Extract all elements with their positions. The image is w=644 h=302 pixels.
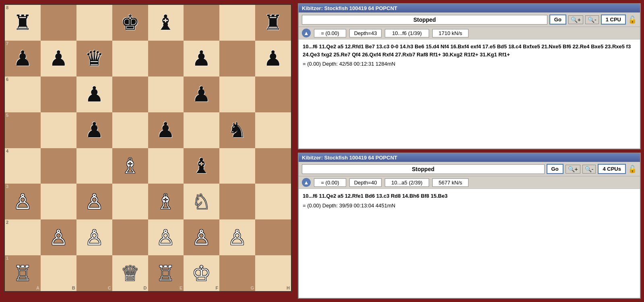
board-cell[interactable] — [76, 5, 112, 41]
chess-piece: ♟ — [264, 48, 283, 69]
board-cell[interactable] — [112, 41, 148, 77]
board-cell[interactable]: 7♟ — [5, 41, 41, 77]
kibitzer-2-info-row: ▲ = (0.00) Depth=40 10...a5 (2/39) 5677 … — [299, 176, 640, 189]
board-cell[interactable]: 2 — [5, 219, 41, 255]
board-cell[interactable]: ♟ — [76, 112, 112, 148]
board-cell[interactable] — [255, 112, 291, 148]
board-cell[interactable]: 6 — [5, 77, 41, 112]
board-cell[interactable]: C — [76, 255, 112, 291]
board-cell[interactable] — [255, 219, 291, 255]
board-cell[interactable] — [219, 41, 255, 77]
board-cell[interactable]: ♜ — [255, 5, 291, 41]
kibitzer-1-zoom-in-button[interactable]: 🔍+ — [568, 15, 583, 24]
rank-label: 4 — [6, 149, 8, 153]
board-cell[interactable]: ♟ — [184, 41, 219, 77]
chess-piece: ♕ — [121, 263, 140, 284]
board-cell[interactable]: ♗ — [148, 184, 184, 219]
board-cell[interactable] — [255, 184, 291, 219]
kibitzer-1-status: Stopped — [302, 15, 547, 25]
board-cell[interactable] — [148, 148, 184, 184]
board-cell[interactable]: F♔ — [184, 255, 219, 291]
board-cell[interactable] — [219, 5, 255, 41]
kibitzer-2-depth: Depth=40 — [349, 178, 382, 187]
kibitzer-2-zoom-out-button[interactable]: 🔍- — [582, 165, 596, 174]
board-cell[interactable] — [41, 112, 76, 148]
board-cell[interactable]: ♘ — [184, 184, 219, 219]
kibitzer-2-lock-icon[interactable]: 🔓 — [628, 165, 637, 174]
board-cell[interactable] — [112, 112, 148, 148]
board-cell[interactable] — [41, 184, 76, 219]
board-cell[interactable]: ♟ — [148, 112, 184, 148]
board-cell[interactable]: E♖ — [148, 255, 184, 291]
board-cell[interactable]: ♙ — [41, 219, 76, 255]
board-cell[interactable] — [255, 77, 291, 112]
board-cell[interactable]: ♟ — [184, 77, 219, 112]
chess-piece: ♙ — [228, 227, 247, 248]
board-cell[interactable] — [184, 112, 219, 148]
kibitzer-2-move: 10...a5 (2/39) — [385, 178, 429, 187]
board-cell[interactable] — [41, 5, 76, 41]
board-cell[interactable]: 5 — [5, 112, 41, 148]
chess-piece: ♟ — [85, 120, 104, 141]
board-cell[interactable] — [41, 77, 76, 112]
board-cell[interactable]: B — [41, 255, 76, 291]
board-cell[interactable]: ♙ — [219, 219, 255, 255]
chess-piece: ♟ — [13, 48, 32, 69]
kibitzer-2-zoom-in-button[interactable]: 🔍+ — [566, 165, 580, 174]
board-cell[interactable]: ♙ — [148, 219, 184, 255]
board-cell[interactable] — [219, 148, 255, 184]
board-cell[interactable]: ♝ — [148, 5, 184, 41]
board-cell[interactable] — [219, 77, 255, 112]
board-cell[interactable]: H — [255, 255, 291, 291]
board-cell[interactable]: ♛ — [76, 41, 112, 77]
board-cell[interactable]: ♙ — [76, 184, 112, 219]
kibitzer-2-go-button[interactable]: Go — [547, 164, 564, 174]
board-cell[interactable]: ♟ — [41, 41, 76, 77]
board-cell[interactable]: ♟ — [255, 41, 291, 77]
file-label: C — [108, 286, 111, 290]
board-cell[interactable] — [112, 219, 148, 255]
chess-piece: ♙ — [85, 227, 104, 248]
kibitzer-1-zoom-out-button[interactable]: 🔍- — [585, 15, 599, 24]
kibitzer-1-info-row: ▲ = (0.00) Depth=43 10...f6 (1/39) 1710 … — [299, 27, 640, 39]
kibitzer-1-lock-icon[interactable]: 🔓 — [628, 15, 637, 24]
board-cell[interactable] — [112, 77, 148, 112]
kibitzer-1-move: 10...f6 (1/39) — [385, 29, 429, 37]
board-cell[interactable] — [148, 77, 184, 112]
file-label: B — [72, 286, 75, 290]
board-cell[interactable]: D♕ — [112, 255, 148, 291]
kibitzer-2-cpu-button[interactable]: 4 CPUs — [598, 164, 626, 174]
board-cell[interactable] — [184, 5, 219, 41]
board-cell[interactable]: ♚ — [112, 5, 148, 41]
file-label: G — [251, 286, 254, 290]
chessboard: 8♜♚♝♜7♟♟♛♟♟6♟♟5♟♟♞4♗♝3♙♙♗♘2♙♙♙♙♙1A♖BCD♕E… — [4, 4, 292, 292]
board-cell[interactable] — [219, 184, 255, 219]
chess-piece: ♖ — [13, 263, 32, 284]
kibitzer-1-cpu-button[interactable]: 1 CPU — [601, 14, 626, 25]
board-cell[interactable]: ♟ — [76, 77, 112, 112]
board-cell[interactable]: ♝ — [184, 148, 219, 184]
board-cell[interactable]: 3♙ — [5, 184, 41, 219]
board-cell[interactable] — [148, 41, 184, 77]
board-cell[interactable] — [76, 148, 112, 184]
kibitzer-1-go-button[interactable]: Go — [549, 14, 566, 25]
board-cell[interactable] — [112, 184, 148, 219]
board-cell[interactable] — [255, 148, 291, 184]
chess-piece: ♗ — [121, 155, 140, 176]
zoom-out-icon: 🔍- — [585, 166, 594, 172]
kibitzer-1-controls: Stopped Go 🔍+ 🔍- 1 CPU 🔓 — [299, 12, 640, 27]
board-cell[interactable]: 1A♖ — [5, 255, 41, 291]
zoom-in-icon: 🔍+ — [571, 17, 581, 23]
board-cell[interactable]: 8♜ — [5, 5, 41, 41]
chess-piece: ♝ — [156, 12, 175, 33]
kibitzer-box-2: Kibitzer: Stockfish 100419 64 POPCNT Sto… — [298, 153, 641, 299]
kibitzer-2-analysis-eval: = (0.00) Depth: 39/59 00:13:04 4451mN — [303, 202, 636, 210]
board-cell[interactable]: ♙ — [76, 219, 112, 255]
board-cell[interactable]: ♗ — [112, 148, 148, 184]
board-cell[interactable] — [41, 148, 76, 184]
board-cell[interactable]: ♙ — [184, 219, 219, 255]
board-cell[interactable]: ♞ — [219, 112, 255, 148]
kibitzer-2-status: Stopped — [302, 164, 545, 174]
board-cell[interactable]: G — [219, 255, 255, 291]
board-cell[interactable]: 4 — [5, 148, 41, 184]
